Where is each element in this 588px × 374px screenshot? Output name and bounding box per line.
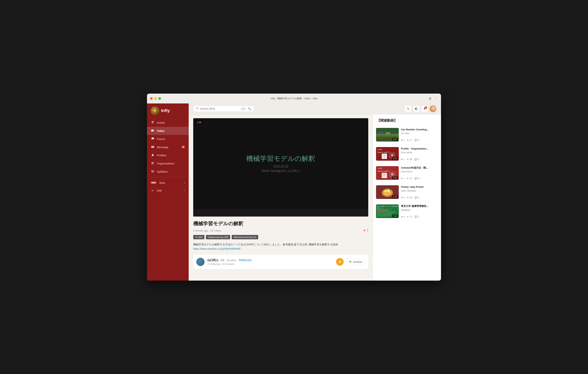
related-item-4[interactable]: 東京大学 新型コロナウイルス感染症 健康管理 報告フォーム 1:44 xyxy=(373,202,441,221)
related-duration-1: 5:24 xyxy=(392,157,398,160)
stat-comments-0: 💬 4 xyxy=(414,139,420,141)
content-area: ⌘S 🔍 xyxy=(189,103,441,281)
comment-icon-3: 💬 xyxy=(414,196,417,199)
related-stats-2: ♥ 1 👁 41 💬 0 xyxy=(401,177,438,180)
sidebar-logo[interactable]: Infty xyxy=(147,103,189,119)
video-bottom-bar[interactable] xyxy=(193,209,368,216)
video-timestamp: 1.00 xyxy=(196,120,202,124)
video-icon xyxy=(151,129,155,133)
close-button[interactable] xyxy=(150,97,153,100)
related-duration-0: 0:57 xyxy=(392,138,398,141)
dark-mode-button[interactable] xyxy=(413,105,420,112)
svg-rect-9 xyxy=(196,108,198,109)
related-title-4: 東京大学 健康管理報告... xyxy=(401,204,438,208)
comment-icon-0: 💬 xyxy=(414,139,417,141)
tag-deeplearning[interactable]: DeepLearning (48) xyxy=(206,235,230,239)
related-info-2: Articleの作成方法・閲... Infty Admin ♥ 1 👁 41 xyxy=(401,166,438,180)
related-duration-2: 4:33 xyxy=(392,176,398,179)
svg-rect-55 xyxy=(377,213,392,214)
new-badge: NEW xyxy=(151,182,156,184)
sidebar: Infty Article xyxy=(147,103,189,281)
related-duration-4: 1:44 xyxy=(392,215,398,217)
new-chevron-icon: ▾ xyxy=(184,182,185,184)
sidebar-item-message[interactable]: Message 2 xyxy=(147,143,189,151)
video-like-button[interactable]: ♥ 7 xyxy=(364,229,368,232)
related-item-0[interactable]: 0:57 Car Number Counting... Go Sato ♥ 2 xyxy=(373,125,441,144)
related-author-2: Infty Admin xyxy=(401,170,438,173)
sidebar-item-article-label: Article xyxy=(157,121,165,124)
eye-icon-2: 👁 xyxy=(407,177,409,180)
heart-icon-0: ♥ xyxy=(401,139,402,141)
more-icon[interactable]: ⋮ xyxy=(434,97,438,100)
sidebar-item-profiles[interactable]: Profiles xyxy=(147,151,189,159)
extensions-icon[interactable]: ⧉ xyxy=(428,97,432,100)
svg-rect-16 xyxy=(386,132,390,134)
author-section: 山口尚人 M1 @nafoto Follows you 15 following… xyxy=(193,255,368,269)
notification-count: 1 xyxy=(425,106,427,109)
minimize-button[interactable] xyxy=(154,97,157,100)
related-info-4: 東京大学 健康管理報告... 岩崎修登 ♥ 4 👁 73 xyxy=(401,204,438,218)
sidebar-item-organizations[interactable]: Organizations xyxy=(147,159,189,168)
related-thumb-3: 0:30 xyxy=(376,185,399,199)
search-bar-video-icon xyxy=(196,107,198,110)
follows-badge: Follows you xyxy=(238,258,253,262)
svg-text:profile: profile xyxy=(378,149,382,150)
svg-point-44 xyxy=(389,192,391,194)
eye-icon-1: 👁 xyxy=(407,158,409,161)
related-item-1[interactable]: profile How to use?? I 5:24 xyxy=(373,144,441,163)
tag-ai[interactable]: AI (66) xyxy=(193,235,204,239)
related-thumb-1: profile How to use?? I 5:24 xyxy=(376,147,399,161)
related-stats-1: ♥ 1 👁 88 💬 0 xyxy=(401,158,438,161)
eye-icon-3: 👁 xyxy=(407,196,409,199)
heart-icon-4: ♥ xyxy=(401,215,402,218)
video-player[interactable]: 機械学習モデルの解釈 2022.01.02 Naoto Yamaguchi / … xyxy=(193,118,368,217)
sidebar-item-article[interactable]: Article xyxy=(147,119,189,127)
related-item-3[interactable]: 0:30 Flower Jelly Printer Mako Miyatake … xyxy=(373,183,441,202)
search-bar[interactable]: ⌘S 🔍 xyxy=(193,106,254,112)
svg-point-26 xyxy=(391,154,393,156)
svg-point-46 xyxy=(387,194,388,195)
send-button[interactable] xyxy=(336,258,344,266)
svg-point-23 xyxy=(383,155,385,157)
sidebar-item-video-label: Video xyxy=(157,129,165,132)
related-item-2[interactable]: Article How to use?? I xyxy=(373,163,441,183)
search-input[interactable] xyxy=(200,107,239,110)
notification-button[interactable]: 1 xyxy=(421,105,428,112)
user-avatar[interactable] xyxy=(430,105,436,112)
unfollow-button[interactable]: Unfollow xyxy=(346,259,365,265)
related-info-3: Flower Jelly Printer Mako Miyatake ♥ 6 👁… xyxy=(401,185,438,199)
heart-icon-1: ♥ xyxy=(401,158,402,161)
profile-search-button[interactable] xyxy=(405,105,411,112)
sidebar-item-new[interactable]: NEW New ▾ xyxy=(147,179,189,187)
related-header: 【関連動画】 xyxy=(373,114,441,125)
sidebar-item-video[interactable]: Video xyxy=(147,127,189,135)
related-stats-4: ♥ 4 👁 73 💬 1 xyxy=(401,215,438,218)
video-meta: 4 months ago · 107 views ♥ 7 xyxy=(193,229,368,232)
stat-views-3: 👁 63 xyxy=(407,196,412,199)
edit-chevron-icon: ▾ xyxy=(184,189,185,192)
maximize-button[interactable] xyxy=(158,97,161,100)
sidebar-item-syllabus[interactable]: Syllabus xyxy=(147,168,189,176)
author-avatar[interactable] xyxy=(196,258,205,266)
svg-rect-57 xyxy=(377,216,390,216)
app-window: infty - 機械学習モデルの解釈 - Video - Infty ⧉ ⋮ I… xyxy=(147,94,441,281)
video-tags: AI (66) DeepLearning (48) MachineLearnin… xyxy=(193,235,368,239)
organizations-icon xyxy=(151,162,155,165)
tag-machinelearning[interactable]: MachineLearning (4) xyxy=(232,235,258,239)
svg-text:Article: Article xyxy=(378,167,382,169)
description-link[interactable]: https://www.amazon.co.jp/%E6%A9%9F... xyxy=(193,247,243,250)
video-slide-date: 2022.01.02 xyxy=(246,165,315,168)
related-title-1: Profile・Organization... xyxy=(401,147,438,150)
heart-icon: ♥ xyxy=(364,229,366,232)
app-body: Infty Article xyxy=(147,103,441,281)
sidebar-item-edit[interactable]: ✏ Edit ▾ xyxy=(147,187,189,195)
stat-views-0: 👁 27 xyxy=(407,139,412,141)
svg-text:東京大学 新型コロナウイルス感染症 健康管理: 東京大学 新型コロナウイルス感染症 健康管理 xyxy=(377,206,399,207)
syllabus-icon xyxy=(151,170,155,173)
svg-text:How to use??: How to use?? xyxy=(378,170,389,172)
related-sidebar: 【関連動画】 xyxy=(373,114,441,281)
svg-rect-33 xyxy=(382,174,386,175)
sidebar-item-forum[interactable]: Forum xyxy=(147,135,189,143)
video-main: 機械学習モデルの解釈 2022.01.02 Naoto Yamaguchi / … xyxy=(189,114,373,281)
author-info: 山口尚人 M1 @nafoto Follows you 15 following… xyxy=(207,258,333,266)
